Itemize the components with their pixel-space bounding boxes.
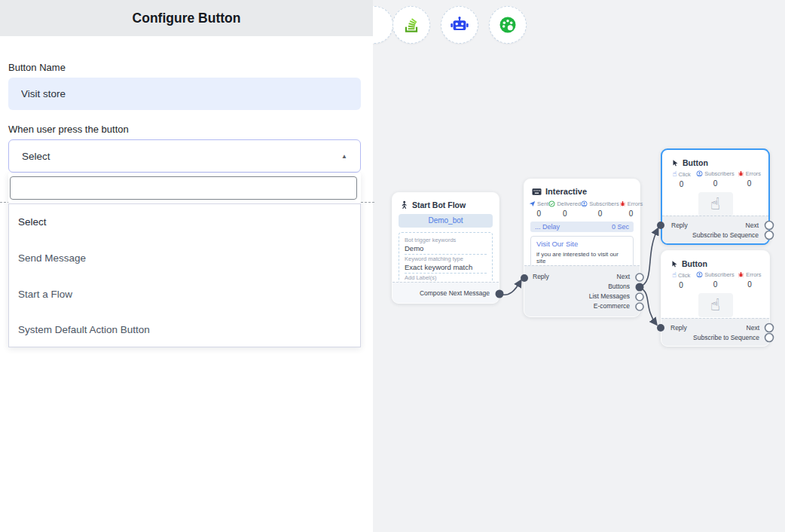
- option-select[interactable]: Select: [9, 204, 360, 240]
- connector-ecommerce-output[interactable]: [636, 303, 643, 310]
- connector-buttons-output[interactable]: [636, 283, 644, 292]
- connector-button1-subscribe-output[interactable]: [765, 231, 774, 240]
- connector-button2-reply-input[interactable]: [657, 324, 664, 332]
- connector-button1-next-output[interactable]: [765, 222, 774, 230]
- button-name-label: Button Name: [8, 62, 66, 73]
- panel-header: Configure Button: [0, 0, 373, 36]
- action-select-value: Select: [22, 151, 50, 162]
- panel-title: Configure Button: [133, 11, 241, 26]
- connector-button2-subscribe-output[interactable]: [765, 334, 774, 342]
- action-dropdown: Select Send Message Start a Flow System …: [8, 173, 361, 347]
- option-send-message[interactable]: Send Message: [9, 240, 360, 277]
- configure-button-panel: Configure Button Button Name When user p…: [0, 0, 373, 532]
- action-label: When user press the button: [8, 124, 129, 135]
- chevron-up-icon: ▲: [341, 153, 347, 160]
- connector-compose-output[interactable]: [496, 290, 504, 298]
- options-list: Select Send Message Start a Flow System …: [8, 203, 361, 347]
- option-system-default-action-button[interactable]: System Default Action Button: [9, 312, 360, 348]
- action-select[interactable]: Select ▲: [8, 139, 361, 173]
- button-name-input[interactable]: [8, 78, 361, 110]
- dropdown-search-input[interactable]: [10, 176, 357, 200]
- connector-next-output[interactable]: [636, 274, 643, 281]
- connector-button1-reply-input[interactable]: [657, 222, 664, 229]
- connector-list-messages-output[interactable]: [636, 293, 643, 301]
- option-start-a-flow[interactable]: Start a Flow: [9, 276, 360, 312]
- connector-interactive-reply-input[interactable]: [521, 274, 528, 282]
- connector-button2-next-output[interactable]: [765, 324, 774, 332]
